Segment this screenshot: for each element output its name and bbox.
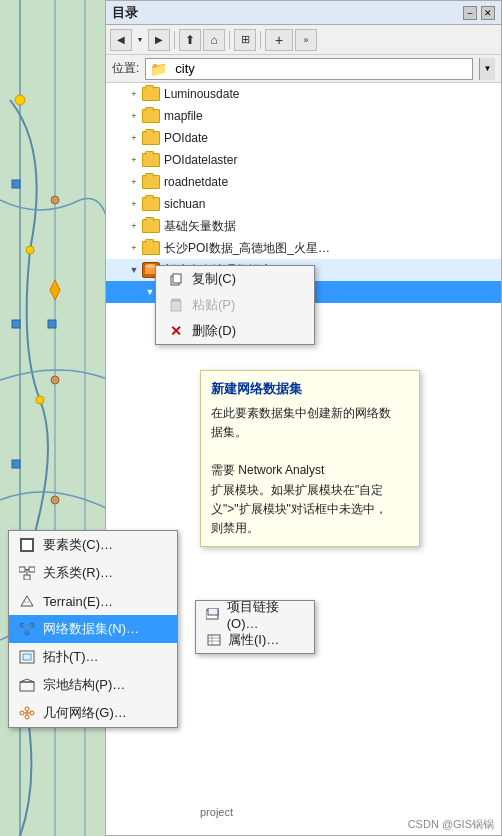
up-button[interactable]: ⬆ [179, 29, 201, 51]
add-button[interactable]: + [265, 29, 293, 51]
tree-item-roadnetdate[interactable]: + roadnetdate [106, 171, 501, 193]
expand-icon-poidatelaster[interactable]: + [126, 152, 142, 168]
tree-item-changsha[interactable]: + 长沙POI数据_高德地图_火星… [106, 237, 501, 259]
copy-icon [168, 271, 184, 287]
svg-marker-32 [21, 596, 33, 606]
svg-point-47 [25, 715, 29, 719]
label-poidatelaster: POIdatelaster [164, 153, 237, 167]
svg-point-3 [15, 95, 25, 105]
expand-icon-mapfile[interactable]: + [126, 108, 142, 124]
feature-class-label: 要素类(C)… [43, 536, 113, 554]
network-dataset-label: 网络数据集(N)… [43, 620, 139, 638]
close-button[interactable]: ✕ [481, 6, 495, 20]
expand-icon-jichudata[interactable]: + [126, 218, 142, 234]
grid-button[interactable]: ⊞ [234, 29, 256, 51]
expand-icon-changsha[interactable]: + [126, 240, 142, 256]
terrain-label: Terrain(E)… [43, 594, 113, 609]
menu-relation-class[interactable]: 关系类(R)… [9, 559, 177, 587]
home-button[interactable]: ⌂ [203, 29, 225, 51]
folder-icon-poidate [142, 131, 160, 145]
home-icon: ⌂ [210, 33, 217, 47]
pin-button[interactable]: – [463, 6, 477, 20]
tree-item-sichuan[interactable]: + sichuan [106, 193, 501, 215]
back-button[interactable]: ◀ [110, 29, 132, 51]
folder-icon-jichudata [142, 219, 160, 233]
svg-point-46 [25, 707, 29, 711]
svg-marker-43 [20, 679, 34, 682]
menu-terrain[interactable]: Terrain(E)… [9, 587, 177, 615]
menu-network-dataset[interactable]: 网络数据集(N)… [9, 615, 177, 643]
tree-item-mapfile[interactable]: + mapfile [106, 105, 501, 127]
more-icon: » [303, 35, 308, 45]
tree-item-poidatelaster[interactable]: + POIdatelaster [106, 149, 501, 171]
svg-rect-27 [19, 567, 25, 572]
expand-icon-newmdb[interactable]: ▼ [126, 262, 142, 278]
expand-icon-luminousdate[interactable]: + [126, 86, 142, 102]
context-menu: 复制(C) 粘贴(P) ✕ 删除(D) [155, 265, 315, 345]
paste-icon [168, 297, 184, 313]
svg-rect-42 [20, 682, 34, 691]
tooltip-line2: 据集。 [211, 423, 409, 442]
csdn-watermark: CSDN @GIS锅锅 [408, 817, 494, 832]
svg-rect-31 [24, 575, 30, 580]
label-sichuan: sichuan [164, 197, 205, 211]
forward-button[interactable]: ▶ [148, 29, 170, 51]
svg-rect-28 [29, 567, 35, 572]
attr-menu-attributes[interactable]: 属性(I)… [196, 627, 314, 653]
svg-line-38 [22, 625, 27, 633]
tooltip-title: 新建网络数据集 [211, 379, 409, 400]
toolbar: ◀ ▼ ▶ ⬆ ⌂ ⊞ + » [106, 25, 501, 55]
relation-class-label: 关系类(R)… [43, 564, 113, 582]
expand-icon-poidate[interactable]: + [126, 130, 142, 146]
separator-1 [174, 31, 175, 49]
more-button[interactable]: » [295, 29, 317, 51]
geometric-network-label: 几何网络(G)… [43, 704, 127, 722]
menu-geometric-network[interactable]: 几何网络(G)… [9, 699, 177, 727]
copy-label: 复制(C) [192, 270, 236, 288]
folder-icon-roadnetdate [142, 175, 160, 189]
folder-icon-luminousdate [142, 87, 160, 101]
community-icon [17, 675, 37, 695]
geometric-network-icon [17, 703, 37, 723]
location-input[interactable]: 📁 city [145, 58, 473, 80]
label-changsha: 长沙POI数据_高德地图_火星… [164, 240, 330, 257]
menu-community[interactable]: 宗地结构(P)… [9, 671, 177, 699]
context-menu-paste: 粘贴(P) [156, 292, 314, 318]
tree-item-jichudata[interactable]: + 基础矢量数据 [106, 215, 501, 237]
panel-titlebar: 目录 – ✕ [106, 1, 501, 25]
svg-rect-51 [208, 608, 218, 615]
svg-point-9 [51, 496, 59, 504]
csdn-label: CSDN @GIS锅锅 [408, 818, 494, 830]
dropdown-button[interactable]: ▼ [134, 29, 146, 51]
expand-icon-sichuan[interactable]: + [126, 196, 142, 212]
delete-icon: ✕ [168, 323, 184, 339]
attributes-icon [206, 633, 222, 647]
svg-rect-11 [12, 320, 20, 328]
topology-icon [17, 647, 37, 667]
label-luminousdate: Luminousdate [164, 87, 239, 101]
attributes-label: 属性(I)… [228, 631, 279, 649]
forward-icon: ▶ [155, 34, 163, 45]
label-jichudata: 基础矢量数据 [164, 218, 236, 235]
attr-menu-project-link[interactable]: 项目链接(O)… [196, 601, 314, 627]
project-link-label: 项目链接(O)… [227, 598, 304, 631]
folder-icon-sichuan [142, 197, 160, 211]
location-dropdown-btn[interactable]: ▼ [479, 58, 495, 80]
topology-label: 拓扑(T)… [43, 648, 99, 666]
menu-feature-class[interactable]: 要素类(C)… [9, 531, 177, 559]
tree-item-luminousdate[interactable]: + Luminousdate [106, 83, 501, 105]
menu-topology[interactable]: 拓扑(T)… [9, 643, 177, 671]
svg-rect-24 [173, 274, 181, 283]
expand-icon-roadnetdate[interactable]: + [126, 174, 142, 190]
dropdown-chevron-icon: ▼ [484, 64, 492, 73]
tree-item-poidate[interactable]: + POIdate [106, 127, 501, 149]
community-label: 宗地结构(P)… [43, 676, 125, 694]
context-menu-copy[interactable]: 复制(C) [156, 266, 314, 292]
svg-point-45 [30, 711, 34, 715]
context-menu-delete[interactable]: ✕ 删除(D) [156, 318, 314, 344]
close-icon: ✕ [484, 8, 492, 18]
folder-icon-mapfile [142, 109, 160, 123]
folder-icon-poidatelaster [142, 153, 160, 167]
right-attr-menu: 项目链接(O)… 属性(I)… [195, 600, 315, 654]
tooltip-line5: 扩展模块。如果扩展模块在"自定 [211, 481, 409, 500]
